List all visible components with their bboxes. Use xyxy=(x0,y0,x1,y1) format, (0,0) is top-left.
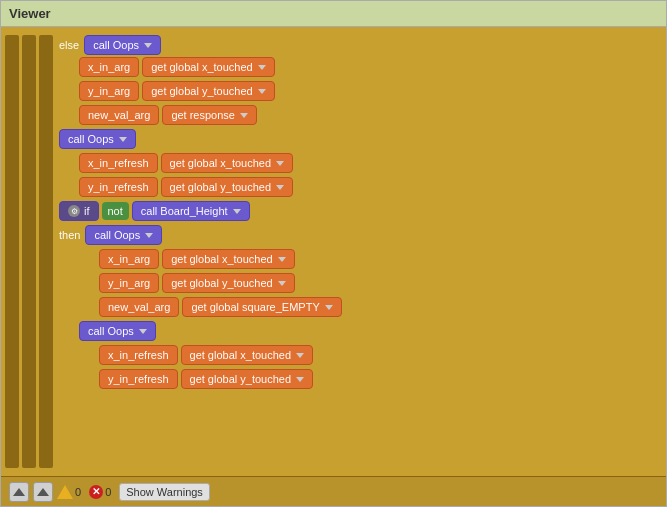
x-refresh-dd-2[interactable] xyxy=(296,353,304,358)
call-label-1: call xyxy=(93,39,110,51)
get-label-3: get xyxy=(171,109,186,121)
y-in-arg-block-1[interactable]: y_in_arg xyxy=(79,81,139,101)
global-x-touched-1: global x_touched xyxy=(170,61,253,73)
warning-count: 0 xyxy=(75,486,81,498)
call-board-height-block[interactable]: call Board_Height xyxy=(132,201,250,221)
x-touched-dropdown-2[interactable] xyxy=(278,257,286,262)
get-y-touched-refresh-1[interactable]: get global y_touched xyxy=(161,177,293,197)
gold-bar-1 xyxy=(5,35,19,468)
get-label-10: get xyxy=(190,373,205,385)
oops-label-2: Oops xyxy=(88,133,114,145)
x-in-arg-label-1: x_in_arg xyxy=(88,61,130,73)
response-label: response xyxy=(190,109,235,121)
y-in-refresh-block-1[interactable]: y_in_refresh xyxy=(79,177,158,197)
y-refresh-dd-2[interactable] xyxy=(296,377,304,382)
x-in-refresh-block-2[interactable]: x_in_refresh xyxy=(99,345,178,365)
y-in-refresh-row-1: y_in_refresh get global y_touched xyxy=(79,177,658,197)
y-in-refresh-row-2: y_in_refresh get global y_touched xyxy=(99,369,658,389)
x-in-refresh-row-2: x_in_refresh get global x_touched xyxy=(99,345,658,365)
get-x-touched-refresh-2[interactable]: get global x_touched xyxy=(181,345,313,365)
get-x-touched-2[interactable]: get global x_touched xyxy=(162,249,294,269)
then-label: then xyxy=(59,229,80,241)
square-empty-dropdown[interactable] xyxy=(325,305,333,310)
get-x-touched-1[interactable]: get global x_touched xyxy=(142,57,274,77)
call-label-2: call xyxy=(68,133,85,145)
y-touched-dropdown-1[interactable] xyxy=(258,89,266,94)
oops-dropdown-1[interactable] xyxy=(144,43,152,48)
title-bar: Viewer xyxy=(1,1,666,27)
if-not-row: ⚙ if not call Board_Height xyxy=(59,201,658,221)
x-in-refresh-label-2: x_in_refresh xyxy=(108,349,169,361)
y-in-arg-block-2[interactable]: y_in_arg xyxy=(99,273,159,293)
if-label: if xyxy=(84,205,90,217)
call-oops-row-2: call Oops xyxy=(59,129,658,149)
up-arrow-icon-1 xyxy=(13,488,25,496)
else-label: else xyxy=(59,39,79,51)
x-in-arg-block-1[interactable]: x_in_arg xyxy=(79,57,139,77)
x-in-arg-label-2: x_in_arg xyxy=(108,253,150,265)
get-y-touched-2[interactable]: get global y_touched xyxy=(162,273,294,293)
bottom-toolbar: 0 ✕ 0 Show Warnings xyxy=(1,476,666,506)
oops-label-4: Oops xyxy=(108,325,134,337)
x-touched-refresh-dd-1[interactable] xyxy=(276,161,284,166)
x-in-refresh-row-1: x_in_refresh get global x_touched xyxy=(79,153,658,173)
oops-label-1: Oops xyxy=(113,39,139,51)
y-in-refresh-block-2[interactable]: y_in_refresh xyxy=(99,369,178,389)
call-label-5: call xyxy=(88,325,105,337)
x-touched-dropdown-1[interactable] xyxy=(258,65,266,70)
global-y-touched-r2: global y_touched xyxy=(208,373,291,385)
gold-bar-3 xyxy=(39,35,53,468)
call-oops-row-4: call Oops xyxy=(79,321,658,341)
x-in-arg-row-1: x_in_arg get global x_touched xyxy=(79,57,658,77)
get-square-empty-block[interactable]: get global square_EMPTY xyxy=(182,297,341,317)
call-oops-block-3[interactable]: call Oops xyxy=(85,225,162,245)
get-y-touched-1[interactable]: get global y_touched xyxy=(142,81,274,101)
global-x-touched-r2: global x_touched xyxy=(208,349,291,361)
get-y-touched-refresh-2[interactable]: get global y_touched xyxy=(181,369,313,389)
then-row: then call Oops xyxy=(59,225,658,245)
scroll-up-btn-1[interactable] xyxy=(9,482,29,502)
global-y-touched-2: global y_touched xyxy=(190,277,273,289)
new-val-arg-row-2: new_val_arg get global square_EMPTY xyxy=(99,297,658,317)
call-label-4: call xyxy=(94,229,111,241)
x-in-arg-block-2[interactable]: x_in_arg xyxy=(99,249,159,269)
new-val-arg-block-2[interactable]: new_val_arg xyxy=(99,297,179,317)
x-in-arg-row-2: x_in_arg get global x_touched xyxy=(99,249,658,269)
board-height-dropdown[interactable] xyxy=(233,209,241,214)
content-area: else call Oops x_in_arg get global x_tou… xyxy=(1,27,666,506)
window-title: Viewer xyxy=(9,6,51,21)
up-arrow-icon-2 xyxy=(37,488,49,496)
oops-dropdown-2[interactable] xyxy=(119,137,127,142)
get-label-6: get xyxy=(171,253,186,265)
oops-label-3: Oops xyxy=(114,229,140,241)
get-label-1: get xyxy=(151,61,166,73)
x-in-refresh-block-1[interactable]: x_in_refresh xyxy=(79,153,158,173)
new-val-arg-block[interactable]: new_val_arg xyxy=(79,105,159,125)
warning-triangle-icon xyxy=(57,485,73,499)
oops-dropdown-3[interactable] xyxy=(145,233,153,238)
new-val-arg-label: new_val_arg xyxy=(88,109,150,121)
global-x-touched-r1: global x_touched xyxy=(188,157,271,169)
y-touched-refresh-dd-1[interactable] xyxy=(276,185,284,190)
oops-dropdown-4[interactable] xyxy=(139,329,147,334)
not-block[interactable]: not xyxy=(102,202,129,220)
gear-icon[interactable]: ⚙ xyxy=(68,205,80,217)
call-oops-block-4[interactable]: call Oops xyxy=(79,321,156,341)
get-label-2: get xyxy=(151,85,166,97)
if-block[interactable]: ⚙ if xyxy=(59,201,99,221)
y-in-arg-label-2: y_in_arg xyxy=(108,277,150,289)
y-touched-dropdown-2[interactable] xyxy=(278,281,286,286)
call-oops-block-1[interactable]: call Oops xyxy=(84,35,161,55)
left-sidebar xyxy=(1,27,61,476)
call-oops-block-2[interactable]: call Oops xyxy=(59,129,136,149)
new-val-arg-row: new_val_arg get response xyxy=(79,105,658,125)
y-in-arg-label-1: y_in_arg xyxy=(88,85,130,97)
get-x-touched-refresh-1[interactable]: get global x_touched xyxy=(161,153,293,173)
get-response-block[interactable]: get response xyxy=(162,105,257,125)
board-height-label: Board_Height xyxy=(160,205,227,217)
scroll-up-btn-2[interactable] xyxy=(33,482,53,502)
response-dropdown[interactable] xyxy=(240,113,248,118)
warning-group: 0 xyxy=(57,485,85,499)
new-val-arg-label-2: new_val_arg xyxy=(108,301,170,313)
show-warnings-button[interactable]: Show Warnings xyxy=(119,483,210,501)
